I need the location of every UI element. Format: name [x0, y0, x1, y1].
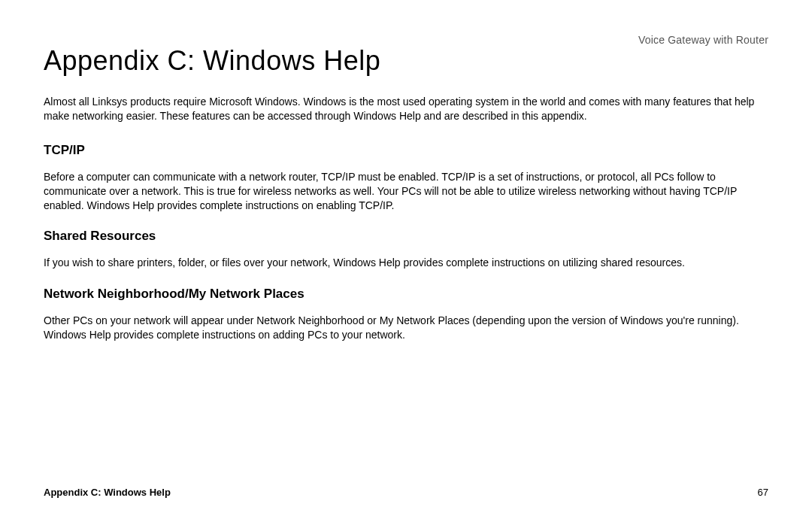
section-body-tcpip: Before a computer can communicate with a…: [44, 170, 765, 213]
section-body-network-neighborhood: Other PCs on your network will appear un…: [44, 314, 765, 342]
section-heading-shared-resources: Shared Resources: [44, 229, 768, 244]
section-heading-tcpip: TCP/IP: [44, 143, 768, 158]
footer-appendix-label: Appendix C: Windows Help: [44, 487, 171, 498]
page-footer: Appendix C: Windows Help 67: [44, 487, 768, 498]
section-heading-network-neighborhood: Network Neighborhood/My Network Places: [44, 287, 768, 302]
header-product-name: Voice Gateway with Router: [638, 34, 768, 46]
document-page: Voice Gateway with Router Appendix C: Wi…: [0, 0, 812, 525]
footer-page-number: 67: [758, 487, 768, 498]
page-title: Appendix C: Windows Help: [44, 45, 768, 77]
section-body-shared-resources: If you wish to share printers, folder, o…: [44, 256, 765, 270]
intro-paragraph: Almost all Linksys products require Micr…: [44, 95, 765, 123]
